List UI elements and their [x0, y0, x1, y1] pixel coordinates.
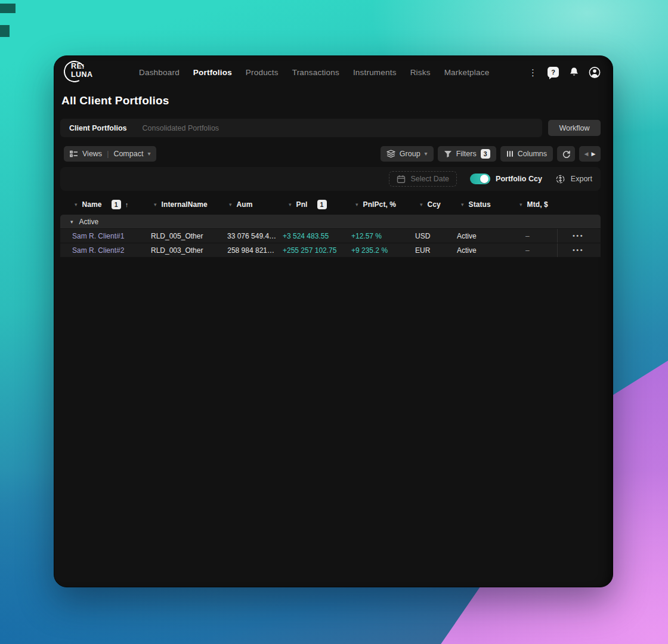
internal-name-cell: RLD_005_Other — [150, 232, 227, 240]
more-menu-icon[interactable]: ⋮ — [527, 68, 539, 77]
mtd-cell: – — [517, 246, 557, 255]
nav-item-products[interactable]: Products — [246, 68, 279, 77]
column-label: Ccy — [428, 200, 441, 209]
ccy-cell: EUR — [415, 246, 457, 255]
views-button[interactable]: Views | Compact ▾ — [64, 146, 156, 162]
columns-button[interactable]: Columns — [500, 146, 553, 162]
column-label: Mtd, $ — [527, 200, 548, 209]
row-menu-icon[interactable]: ••• — [573, 247, 584, 253]
refresh-button[interactable] — [557, 146, 575, 162]
calendar-icon — [397, 175, 406, 184]
group-button[interactable]: Group ▾ — [381, 146, 434, 162]
page-title: All Client Portfolios — [61, 94, 601, 107]
tabs-row: Client Portfolios Consolidated Portfolio… — [60, 119, 601, 137]
background-artifact — [0, 25, 10, 37]
column-menu-icon[interactable]: ▾ — [154, 202, 157, 208]
export-button[interactable]: Export — [555, 174, 592, 184]
column-header-internalname[interactable]: ▾ InternalName — [150, 200, 227, 209]
nav-item-risks[interactable]: Risks — [410, 68, 431, 77]
column-header-ccy[interactable]: ▾ Ccy — [415, 200, 457, 209]
aum-cell: 33 076 549.4… — [227, 232, 281, 240]
column-menu-icon[interactable]: ▾ — [75, 202, 78, 208]
nav-item-dashboard[interactable]: Dashboard — [139, 68, 180, 77]
column-header-aum[interactable]: ▾ Aum — [227, 200, 281, 209]
logo-text: RE:LUNA — [71, 62, 92, 79]
column-menu-icon[interactable]: ▾ — [461, 202, 464, 208]
filters-button[interactable]: Filters 3 — [438, 146, 496, 162]
toggle-knob — [480, 175, 488, 183]
column-menu-icon[interactable]: ▾ — [519, 202, 522, 208]
column-menu-icon[interactable]: ▾ — [420, 202, 423, 208]
views-layout-icon — [70, 150, 78, 158]
layers-icon — [386, 150, 395, 158]
background-artifact — [0, 4, 16, 13]
tab-consolidated-portfolios[interactable]: Consolidated Portfolios — [143, 124, 219, 132]
portfolio-name-link[interactable]: Sam R. Client#1 — [60, 232, 150, 240]
columns-label: Columns — [518, 150, 547, 158]
pnl-cell: +255 257 102.75 — [281, 246, 350, 255]
toolbar: Views | Compact ▾ Group ▾ Filters 3 — [60, 146, 601, 162]
column-header-pnlpct[interactable]: ▾ PnlPct, % — [350, 200, 415, 209]
filters-label: Filters — [456, 150, 477, 158]
prev-page-icon[interactable]: ◀ — [584, 151, 589, 157]
table-row[interactable]: Sam R. Client#1 RLD_005_Other 33 076 549… — [60, 229, 601, 243]
row-menu-icon[interactable]: ••• — [573, 233, 584, 239]
collapse-group-icon[interactable]: ▾ — [70, 219, 73, 225]
subtoolbar: Select Date Portfolio Ccy Export — [60, 167, 601, 191]
nav-item-instruments[interactable]: Instruments — [353, 68, 397, 77]
column-label: Pnl — [296, 200, 308, 209]
nav-item-marketplace[interactable]: Marketplace — [444, 68, 490, 77]
export-label: Export — [571, 175, 592, 183]
column-label: InternalName — [162, 200, 208, 209]
group-label: Active — [79, 218, 99, 226]
sort-order-badge: 1 — [112, 200, 121, 209]
filter-funnel-icon — [444, 150, 452, 158]
column-label: Name — [82, 200, 102, 209]
column-label: Status — [469, 200, 491, 209]
group-label: Group — [400, 150, 420, 158]
columns-icon — [506, 150, 514, 157]
tabstrip: Client Portfolios Consolidated Portfolio… — [60, 119, 542, 137]
reluna-logo[interactable]: RE:LUNA — [64, 60, 106, 84]
column-label: Aum — [237, 200, 253, 209]
help-icon[interactable]: ? — [548, 67, 559, 78]
nav-item-transactions[interactable]: Transactions — [292, 68, 339, 77]
main-nav: Dashboard Portfolios Products Transactio… — [139, 68, 489, 77]
workflow-button[interactable]: Workflow — [548, 120, 601, 136]
table-header: ▾ Name 1 ↑ ▾ InternalName ▾ Aum ▾ Pnl 1 … — [60, 196, 601, 213]
ccy-cell: USD — [415, 232, 457, 240]
column-header-mtd[interactable]: ▾ Mtd, $ — [517, 200, 557, 209]
tab-client-portfolios[interactable]: Client Portfolios — [69, 124, 127, 132]
app-bar: RE:LUNA Dashboard Portfolios Products Tr… — [60, 56, 601, 88]
column-menu-icon[interactable]: ▾ — [289, 202, 292, 208]
sort-asc-icon[interactable]: ↑ — [125, 201, 129, 208]
portfolio-ccy-label: Portfolio Ccy — [496, 175, 542, 183]
toolbar-right: Group ▾ Filters 3 Columns — [381, 146, 601, 162]
app-window: RE:LUNA Dashboard Portfolios Products Tr… — [54, 55, 613, 587]
pnl-cell: +3 524 483.55 — [281, 232, 350, 240]
portfolio-ccy-toggle-group[interactable]: Portfolio Ccy — [470, 174, 542, 184]
column-header-name[interactable]: ▾ Name 1 ↑ — [60, 200, 150, 209]
portfolio-ccy-toggle[interactable] — [470, 174, 490, 184]
select-date-button[interactable]: Select Date — [389, 171, 457, 187]
column-menu-icon[interactable]: ▾ — [355, 202, 358, 208]
filters-count-badge: 3 — [481, 149, 490, 159]
portfolio-name-link[interactable]: Sam R. Client#2 — [60, 246, 150, 255]
internal-name-cell: RLD_003_Other — [150, 246, 227, 255]
notifications-bell-icon[interactable] — [568, 66, 580, 78]
status-cell: Active — [457, 232, 517, 240]
filter-count-badge: 1 — [317, 200, 327, 209]
aum-cell: 258 984 821… — [227, 246, 281, 255]
actions-cell: ••• — [557, 243, 599, 257]
nav-item-portfolios[interactable]: Portfolios — [193, 68, 232, 77]
column-menu-icon[interactable]: ▾ — [229, 202, 232, 208]
group-row-active[interactable]: ▾ Active — [60, 215, 601, 228]
table-row[interactable]: Sam R. Client#2 RLD_003_Other 258 984 82… — [60, 243, 601, 257]
column-header-pnl[interactable]: ▾ Pnl 1 — [281, 200, 350, 209]
account-avatar-icon[interactable] — [589, 66, 601, 78]
mtd-cell: – — [517, 232, 557, 240]
next-page-icon[interactable]: ▶ — [592, 151, 596, 157]
appbar-icons: ⋮ ? — [527, 66, 601, 78]
pagination-buttons[interactable]: ◀ ▶ — [579, 146, 601, 162]
column-header-status[interactable]: ▾ Status — [457, 200, 517, 209]
